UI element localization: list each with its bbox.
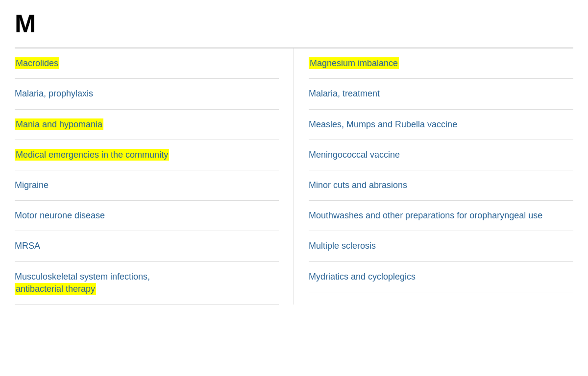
list-item: Musculoskeletal system infections, antib… — [15, 262, 279, 305]
list-item: Migraine — [15, 170, 279, 201]
mania-hypomania-link[interactable]: Mania and hypomania — [15, 118, 103, 130]
list-item: Malaria, treatment — [309, 79, 573, 109]
migraine-link[interactable]: Migraine — [15, 180, 49, 190]
list-item: Motor neurone disease — [15, 201, 279, 231]
right-column: Magnesium imbalance Malaria, treatment M… — [294, 48, 573, 305]
list-item: Minor cuts and abrasions — [309, 170, 573, 201]
mrsa-link[interactable]: MRSA — [15, 241, 40, 251]
meningococcal-link[interactable]: Meningococcal vaccine — [309, 150, 400, 160]
medical-emergencies-link[interactable]: Medical emergencies in the community — [15, 149, 169, 161]
list-item: Meningococcal vaccine — [309, 140, 573, 170]
list-item: Malaria, prophylaxis — [15, 79, 279, 109]
list-item: MRSA — [15, 231, 279, 261]
multiple-sclerosis-link[interactable]: Multiple sclerosis — [309, 241, 376, 251]
mouthwashes-link[interactable]: Mouthwashes and other preparations for o… — [309, 211, 542, 220]
musculoskeletal-link[interactable]: Musculoskeletal system infections, antib… — [15, 272, 150, 295]
measles-mumps-link[interactable]: Measles, Mumps and Rubella vaccine — [309, 119, 457, 129]
mydriatics-link[interactable]: Mydriatics and cycloplegics — [309, 272, 416, 282]
macrolides-link[interactable]: Macrolides — [15, 57, 59, 69]
malaria-treatment-link[interactable]: Malaria, treatment — [309, 89, 380, 98]
minor-cuts-link[interactable]: Minor cuts and abrasions — [309, 180, 407, 190]
malaria-prophylaxis-link[interactable]: Malaria, prophylaxis — [15, 89, 93, 98]
motor-neurone-link[interactable]: Motor neurone disease — [15, 211, 105, 220]
page-letter: M — [15, 10, 573, 38]
list-item: Medical emergencies in the community — [15, 140, 279, 170]
list-item: Mania and hypomania — [15, 110, 279, 140]
list-item: Mouthwashes and other preparations for o… — [309, 201, 573, 231]
magnesium-imbalance-link[interactable]: Magnesium imbalance — [309, 57, 399, 69]
list-item: Magnesium imbalance — [309, 48, 573, 79]
index-grid: Macrolides Malaria, prophylaxis Mania an… — [15, 48, 573, 305]
left-column: Macrolides Malaria, prophylaxis Mania an… — [15, 48, 294, 305]
list-item: Measles, Mumps and Rubella vaccine — [309, 110, 573, 140]
list-item: Mydriatics and cycloplegics — [309, 262, 573, 292]
list-item: Macrolides — [15, 48, 279, 79]
list-item: Multiple sclerosis — [309, 231, 573, 261]
